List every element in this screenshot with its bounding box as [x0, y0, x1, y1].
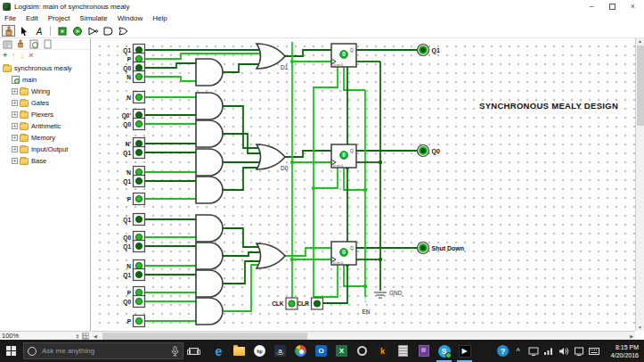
horizontal-scrollbar[interactable]: ◀ ▶	[92, 331, 635, 340]
tree-item-synchronous-mealy[interactable]: synchronous mealy	[0, 62, 90, 74]
tree-item-plexers[interactable]: +Plexers	[0, 109, 90, 120]
scroll-down-icon[interactable]: ▼	[638, 325, 642, 330]
maximize-button[interactable]	[609, 4, 615, 10]
tree-item-memory[interactable]: +Memory	[0, 132, 90, 144]
expander-icon[interactable]: +	[12, 158, 18, 164]
input-pin-label: Q0	[123, 234, 131, 242]
taskbar-app-hp[interactable]: hp	[249, 340, 270, 362]
and-gate[interactable]	[196, 93, 223, 119]
pc-icon	[528, 346, 539, 357]
and-gate[interactable]	[196, 215, 223, 242]
taskbar-app-skype[interactable]: S	[434, 340, 454, 362]
taskbar-app-media-player[interactable]: ▶	[454, 340, 475, 362]
taskbar-app-kindle[interactable]: k	[372, 340, 393, 362]
and-gate[interactable]	[196, 149, 223, 176]
media-player-icon: ▶	[459, 345, 471, 358]
taskbar-app-office-ring[interactable]	[352, 340, 372, 362]
start-button[interactable]	[0, 340, 21, 362]
grid-toggle-icon[interactable]	[82, 333, 89, 340]
vertical-scrollbar[interactable]: ▲ ▼	[635, 38, 644, 331]
menu-project[interactable]: Project	[48, 14, 70, 22]
input-pin-tool[interactable]	[55, 25, 69, 37]
taskbar-app-excel[interactable]: X	[331, 340, 352, 362]
search-input[interactable]: Ask me anything	[23, 342, 183, 359]
expander-icon[interactable]: +	[12, 88, 18, 95]
expander-icon[interactable]: +	[12, 135, 18, 141]
taskbar-app-edge[interactable]: e	[208, 340, 229, 362]
expander-icon[interactable]: +	[12, 146, 18, 152]
microphone-icon[interactable]	[171, 346, 179, 357]
menu-file[interactable]: File	[4, 14, 16, 22]
tree-item-wiring[interactable]: +Wiring	[0, 86, 90, 97]
project-file-icon[interactable]	[42, 39, 53, 49]
taskbar-app-amazon[interactable]: a	[270, 340, 290, 362]
select-tool[interactable]	[17, 25, 30, 37]
tray-network[interactable]	[541, 340, 556, 362]
text-tool[interactable]: A	[32, 25, 45, 37]
add-circuit-button[interactable]: +	[3, 51, 7, 60]
tray-help[interactable]: ?	[495, 340, 510, 362]
zoom-level[interactable]: 100%	[2, 332, 19, 340]
menu-edit[interactable]: Edit	[26, 14, 38, 22]
minimize-button[interactable]: –	[590, 3, 594, 11]
taskbar-clock[interactable]: 8:15 PM 4/20/2016	[603, 343, 639, 359]
or-gate-tool[interactable]	[116, 25, 129, 37]
taskbar-app-outlook[interactable]: O	[311, 340, 331, 362]
circuit-canvas[interactable]: D1D0Q0D en 0Q0D en 0Q0D en 0Q1PQ0NNQ0'Q0…	[92, 38, 635, 331]
tree-item-arithmetic[interactable]: +Arithmetic	[0, 120, 90, 132]
project-view-icon[interactable]	[29, 39, 39, 49]
and-gate-tool[interactable]	[101, 25, 114, 37]
and-gate[interactable]	[196, 270, 223, 297]
input-pin-dot	[135, 262, 142, 268]
project-toolbox-icon[interactable]	[2, 39, 12, 49]
project-simulate-icon[interactable]	[15, 39, 26, 49]
expander-icon[interactable]: +	[12, 123, 18, 129]
scroll-right-icon[interactable]: ▶	[630, 333, 633, 339]
tray-keyboard[interactable]	[586, 340, 601, 362]
or-gate[interactable]	[257, 243, 285, 268]
output-pin-tool[interactable]	[70, 25, 84, 37]
input-pin-dot	[135, 140, 142, 146]
and-gate[interactable]	[196, 59, 223, 86]
tree-item-base[interactable]: +Base	[0, 155, 90, 167]
and-gate[interactable]	[196, 298, 223, 325]
menu-help[interactable]: Help	[152, 14, 167, 22]
tray-chevron-up[interactable]: ^	[510, 340, 526, 362]
taskbar-app-chrome[interactable]	[290, 340, 311, 362]
tray-action-center[interactable]	[571, 340, 586, 362]
input-pin-label: P	[127, 318, 132, 325]
not-gate-tool[interactable]	[86, 25, 99, 37]
taskbar-app-file-explorer[interactable]	[229, 340, 249, 362]
en-constant-value[interactable]: 1	[363, 296, 367, 304]
tree-item-input-output[interactable]: +Input/Output	[0, 144, 90, 155]
scroll-up-icon[interactable]: ▲	[638, 38, 642, 44]
and-gate[interactable]	[196, 243, 223, 269]
close-button[interactable]: ×	[631, 3, 635, 11]
menu-simulate[interactable]: Simulate	[80, 14, 108, 22]
taskbar-app-notes[interactable]	[393, 340, 413, 362]
input-pin-label: Q1	[123, 47, 131, 54]
ff-state-value: 0	[342, 152, 346, 158]
vertical-scroll-thumb[interactable]	[637, 45, 644, 126]
remove-circuit-button[interactable]: ×	[29, 51, 33, 60]
ground-symbol[interactable]	[374, 292, 387, 298]
tray-speaker[interactable]	[556, 340, 571, 362]
move-down-button[interactable]: ↓	[20, 51, 25, 60]
scroll-left-icon[interactable]: ◀	[94, 333, 97, 339]
task-view-button[interactable]	[183, 340, 203, 362]
and-gate[interactable]	[196, 177, 223, 203]
menu-window[interactable]: Window	[118, 14, 143, 22]
expander-icon[interactable]: +	[12, 100, 18, 106]
taskbar-app-journal[interactable]	[413, 340, 434, 362]
tray-pc[interactable]	[526, 340, 541, 362]
horizontal-scroll-thumb[interactable]	[102, 333, 307, 340]
tree-item-gates[interactable]: +Gates	[0, 97, 90, 109]
zoom-spinner[interactable]: ▲▼	[76, 333, 79, 339]
poke-tool[interactable]	[2, 25, 15, 37]
circuit-svg: D1D0Q0D en 0Q0D en 0Q0D en 0Q1PQ0NNQ0'Q0…	[92, 38, 635, 331]
expander-icon[interactable]: +	[12, 111, 18, 118]
tree-item-main[interactable]: main	[0, 74, 90, 86]
and-gate[interactable]	[196, 120, 223, 147]
move-up-button[interactable]: ↑	[12, 51, 16, 60]
journal-icon	[419, 345, 429, 357]
